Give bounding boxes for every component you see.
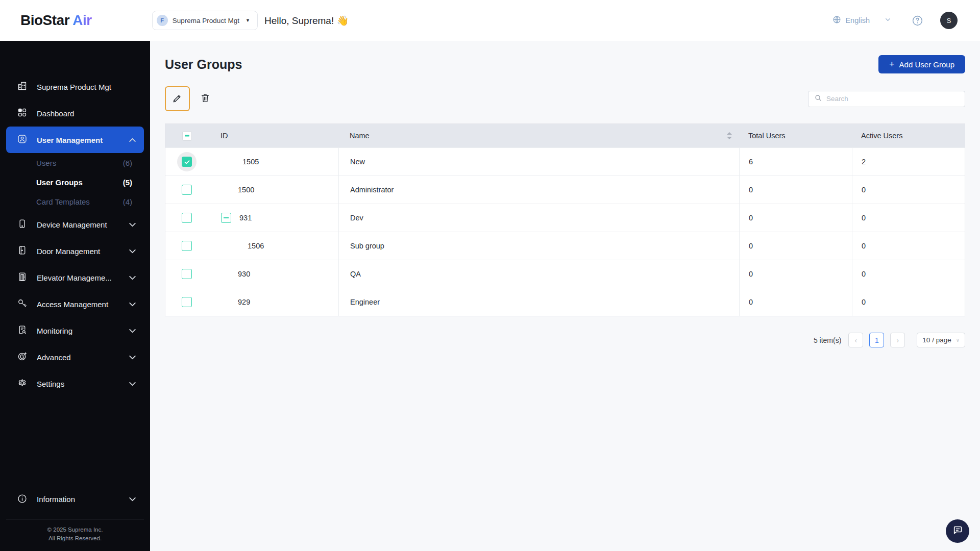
sidebar-item-user-management[interactable]: User Management (6, 127, 144, 153)
sidebar-item-door-management[interactable]: Door Management (0, 238, 150, 264)
page-size-select[interactable]: 10 / page ∨ (917, 333, 965, 347)
chevron-down-icon (127, 494, 138, 505)
pencil-icon (172, 92, 183, 106)
sidebar-item-label: User Groups (36, 178, 83, 187)
door-icon (17, 245, 28, 257)
table-row[interactable]: 931 Dev 0 0 (165, 204, 965, 232)
chevron-down-icon (127, 219, 138, 230)
sidebar-item-label: Dashboard (37, 109, 74, 118)
sidebar-item-suprema-product-mgt[interactable]: Suprema Product Mgt (0, 73, 150, 100)
sidebar-item-access-management[interactable]: Access Management (0, 291, 150, 317)
sidebar-item-label: Settings (37, 380, 64, 388)
search-icon (814, 94, 822, 104)
advanced-icon (17, 351, 28, 363)
group-name: QA (338, 260, 739, 288)
sidebar-item-label: Card Templates (36, 197, 90, 206)
sidebar-item-advanced[interactable]: Advanced (0, 344, 150, 370)
language-selector[interactable]: English (832, 15, 870, 26)
row-checkbox[interactable] (182, 269, 192, 279)
column-header-id: ID (220, 132, 228, 140)
device-icon (17, 218, 28, 231)
sidebar-item-user-groups[interactable]: User Groups (5) (0, 172, 150, 192)
workspace-badge: F (157, 15, 168, 26)
group-name: New (338, 148, 739, 176)
current-page-button[interactable]: 1 (869, 333, 884, 347)
chevron-down-icon[interactable] (884, 16, 892, 26)
search-input[interactable] (826, 95, 959, 103)
checkbox-halo (177, 152, 197, 171)
copyright-text: © 2025 Suprema Inc. All Rights Reserved. (0, 519, 150, 551)
monitoring-icon (17, 324, 28, 337)
collapse-expander-icon[interactable] (221, 213, 231, 223)
sidebar-item-count: (4) (123, 197, 132, 206)
chevron-down-icon (127, 379, 138, 389)
group-name: Sub group (338, 232, 739, 260)
delete-button[interactable] (200, 92, 211, 105)
next-page-button[interactable]: › (890, 333, 905, 347)
group-total-users: 0 (739, 176, 852, 204)
group-total-users: 0 (739, 260, 852, 288)
gear-icon (17, 378, 28, 390)
sidebar-item-label: Door Management (37, 247, 100, 256)
pagination: 5 item(s) ‹ 1 › 10 / page ∨ (165, 333, 965, 347)
table-row[interactable]: 930 QA 0 0 (165, 260, 965, 288)
group-id: 929 (238, 298, 250, 306)
edit-button[interactable] (165, 86, 190, 111)
caret-down-icon: ▼ (246, 18, 250, 23)
sidebar-nav: Suprema Product Mgt Dashboard User Manag… (0, 41, 150, 551)
row-checkbox[interactable] (182, 157, 192, 167)
user-icon (17, 134, 28, 146)
chat-bubble-icon (951, 524, 964, 538)
info-icon (17, 493, 28, 506)
add-user-group-button[interactable]: + Add User Group (878, 55, 965, 73)
sidebar-item-monitoring[interactable]: Monitoring (0, 317, 150, 344)
sidebar-item-label: Device Management (37, 220, 107, 229)
sidebar-item-users[interactable]: Users (6) (0, 153, 150, 172)
sidebar-item-device-management[interactable]: Device Management (0, 211, 150, 238)
help-icon[interactable] (911, 14, 924, 27)
row-checkbox[interactable] (182, 185, 192, 195)
user-avatar[interactable]: S (940, 12, 958, 29)
app-logo: BioStar Air (20, 12, 92, 29)
sidebar-item-elevator-management[interactable]: Elevator Manageme... (0, 264, 150, 291)
sort-icon[interactable] (727, 132, 732, 139)
table-row[interactable]: 1500 Administrator 0 0 (165, 176, 965, 204)
table-row[interactable]: 1505 New 6 2 (165, 147, 965, 176)
row-checkbox[interactable] (182, 213, 192, 223)
sidebar-item-information[interactable]: Information (0, 486, 150, 513)
key-icon (17, 298, 28, 310)
group-active-users: 2 (852, 148, 965, 176)
row-checkbox[interactable] (182, 297, 192, 307)
select-all-checkbox[interactable] (182, 131, 192, 141)
elevator-icon (17, 271, 28, 284)
group-total-users: 6 (739, 148, 852, 176)
workspace-dropdown[interactable]: F Suprema Product Mgt ▼ (152, 11, 258, 30)
row-checkbox[interactable] (182, 241, 192, 251)
group-name: Dev (338, 204, 739, 232)
sidebar-item-label: Information (37, 495, 75, 504)
top-header: BioStar Air F Suprema Product Mgt ▼ Hell… (0, 0, 980, 41)
column-header-total-users: Total Users (739, 132, 852, 140)
workspace-name: Suprema Product Mgt (173, 17, 239, 24)
chevron-down-icon (127, 272, 138, 283)
sidebar-item-card-templates[interactable]: Card Templates (4) (0, 192, 150, 211)
chevron-down-icon: ∨ (956, 337, 960, 343)
table-row[interactable]: 929 Engineer 0 0 (165, 288, 965, 316)
building-icon (17, 81, 28, 93)
sidebar-item-settings[interactable]: Settings (0, 370, 150, 397)
column-header-active-users: Active Users (852, 132, 965, 140)
prev-page-button[interactable]: ‹ (848, 333, 863, 347)
sidebar-item-dashboard[interactable]: Dashboard (0, 100, 150, 127)
table-row[interactable]: 1506 Sub group 0 0 (165, 232, 965, 260)
chat-fab-button[interactable] (946, 519, 969, 543)
chevron-down-icon (127, 299, 138, 310)
group-id: 930 (238, 270, 250, 278)
item-count: 5 item(s) (814, 336, 841, 344)
group-id: 1500 (238, 186, 254, 194)
group-active-users: 0 (852, 288, 965, 316)
trash-icon (200, 92, 211, 105)
group-active-users: 0 (852, 260, 965, 288)
dashboard-icon (17, 107, 28, 119)
group-active-users: 0 (852, 176, 965, 204)
globe-icon (832, 15, 842, 26)
